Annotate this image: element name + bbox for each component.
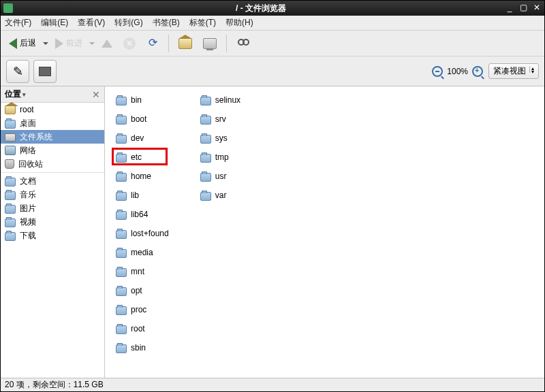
search-button[interactable] [232, 36, 254, 51]
back-menu-dropdown[interactable] [43, 42, 48, 45]
folder-item-opt[interactable]: opt [114, 284, 170, 297]
zoom-out-button[interactable] [432, 66, 443, 77]
home-icon [5, 105, 16, 114]
folder-item-boot[interactable]: boot [114, 112, 170, 126]
refresh-icon: ⟳ [146, 37, 159, 50]
trash-icon [5, 159, 14, 169]
sidebar-item-文件系统[interactable]: 文件系统 [1, 130, 104, 144]
sidebar-item-label: 回收站 [18, 159, 43, 170]
folder-icon [200, 154, 211, 163]
folder-name: tmp [215, 152, 229, 162]
folder-icon [200, 116, 211, 125]
folder-item-root[interactable]: root [114, 322, 170, 336]
folder-name: opt [131, 286, 142, 295]
folder-icon [116, 325, 127, 334]
folder-icon [5, 191, 16, 200]
sidebar: 位置▾ ✕ root桌面文件系统网络回收站 文档音乐图片视频下载 [1, 86, 105, 378]
sidebar-separator [1, 172, 104, 173]
computer-icon [203, 38, 217, 49]
sidebar-item-label: 文档 [20, 176, 36, 187]
iconview-icon [39, 67, 51, 76]
folder-name: mnt [131, 267, 144, 276]
sidebar-title[interactable]: 位置▾ [5, 88, 92, 100]
status-text: 20 项，剩余空间：11.5 GB [5, 379, 104, 391]
folder-name: sbin [131, 343, 146, 353]
folder-item-home[interactable]: home [114, 169, 170, 183]
folder-icon [116, 287, 127, 296]
folder-item-media[interactable]: media [114, 246, 170, 259]
folder-icon [5, 205, 16, 214]
folder-item-lib64[interactable]: lib64 [114, 208, 170, 221]
folder-item-sbin[interactable]: sbin [114, 341, 170, 355]
folder-item-bin[interactable]: bin [114, 93, 170, 107]
app-icon [3, 3, 13, 13]
home-icon [178, 38, 192, 49]
folder-icon [116, 306, 127, 315]
minimize-button[interactable]: _ [505, 3, 514, 13]
refresh-button[interactable]: ⟳ [142, 35, 163, 52]
folder-item-proc[interactable]: proc [114, 303, 170, 316]
zoom-in-button[interactable] [472, 66, 483, 77]
folder-item-mnt[interactable]: mnt [114, 265, 170, 278]
folder-icon [116, 173, 127, 182]
sidebar-item-root[interactable]: root [1, 103, 104, 116]
statusbar: 20 项，剩余空间：11.5 GB [1, 378, 544, 391]
folder-name: lost+found [131, 229, 169, 238]
forward-menu-dropdown[interactable] [89, 42, 95, 45]
sidebar-item-回收站[interactable]: 回收站 [1, 157, 104, 171]
forward-button[interactable]: 前进 [51, 35, 87, 51]
menu-edit[interactable]: 编辑(E) [41, 17, 68, 29]
folder-item-srv[interactable]: srv [199, 112, 242, 126]
sidebar-item-桌面[interactable]: 桌面 [1, 116, 104, 130]
folder-name: sys [215, 133, 228, 143]
folder-view[interactable]: binbootdevetchomeliblib64lost+foundmedia… [105, 86, 544, 378]
sidebar-item-label: 文件系统 [20, 131, 52, 143]
sidebar-bookmark-视频[interactable]: 视频 [1, 215, 104, 229]
sidebar-bookmark-文档[interactable]: 文档 [1, 174, 104, 188]
folder-item-var[interactable]: var [199, 189, 242, 202]
folder-name: lib64 [131, 210, 148, 219]
menu-view[interactable]: 查看(V) [78, 17, 105, 29]
sidebar-bookmark-图片[interactable]: 图片 [1, 201, 104, 215]
folder-icon [5, 232, 16, 241]
folder-name: proc [131, 305, 146, 314]
menu-tabs[interactable]: 标签(T) [189, 17, 216, 29]
folder-item-etc[interactable]: etc [114, 150, 170, 164]
folder-icon [200, 135, 211, 144]
sidebar-item-网络[interactable]: 网络 [1, 144, 104, 157]
folder-item-lost+found[interactable]: lost+found [114, 227, 170, 240]
menubar: 文件(F) 编辑(E) 查看(V) 转到(G) 书签(B) 标签(T) 帮助(H… [1, 16, 544, 31]
edit-path-button[interactable]: ✎ [6, 60, 29, 83]
stop-button[interactable]: ✕ [119, 35, 140, 52]
maximize-button[interactable]: ▢ [518, 3, 528, 13]
close-button[interactable]: ✕ [532, 3, 542, 13]
menu-file[interactable]: 文件(F) [5, 17, 31, 29]
sidebar-item-label: root [20, 105, 34, 114]
computer-button[interactable] [199, 36, 221, 51]
home-button[interactable] [174, 36, 196, 51]
folder-icon [200, 173, 211, 182]
icon-view-button[interactable] [33, 60, 57, 83]
sidebar-bookmark-下载[interactable]: 下载 [1, 229, 104, 242]
folder-icon [116, 249, 127, 258]
folder-item-usr[interactable]: usr [199, 169, 242, 183]
folder-icon [116, 135, 127, 144]
up-button[interactable] [97, 37, 116, 50]
folder-item-sys[interactable]: sys [199, 131, 242, 145]
view-mode-select[interactable]: 紧凑视图 ▴▾ [488, 63, 539, 79]
back-label: 后退 [20, 37, 36, 49]
folder-name: bin [131, 95, 142, 105]
menu-go[interactable]: 转到(G) [114, 17, 142, 29]
folder-item-tmp[interactable]: tmp [199, 150, 242, 164]
sidebar-close-button[interactable]: ✕ [92, 89, 100, 100]
menu-bookmarks[interactable]: 书签(B) [153, 17, 180, 29]
menu-help[interactable]: 帮助(H) [225, 17, 253, 29]
folder-item-dev[interactable]: dev [114, 131, 170, 145]
back-button[interactable]: 后退 [5, 35, 40, 51]
folder-name: usr [215, 172, 227, 181]
folder-item-lib[interactable]: lib [114, 189, 170, 202]
folder-name: var [215, 191, 227, 200]
folder-item-selinux[interactable]: selinux [199, 93, 242, 107]
sidebar-bookmark-音乐[interactable]: 音乐 [1, 188, 104, 201]
sidebar-item-label: 音乐 [20, 189, 36, 201]
